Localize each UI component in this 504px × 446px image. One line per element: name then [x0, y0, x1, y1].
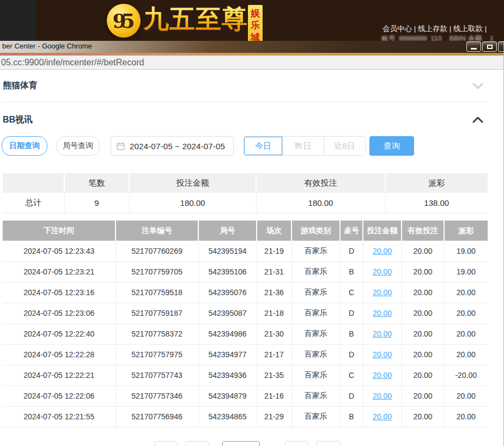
pagination	[0, 441, 485, 446]
summary-header-cell: 投注金额	[129, 173, 256, 193]
bet-table-header-cell: 有效投注	[402, 221, 444, 241]
table-no-cell: D	[340, 344, 363, 365]
section-title: BB视讯	[3, 114, 33, 126]
badge-char: 娱	[251, 8, 260, 20]
summary-total-row: 总计 9 180.00 180.00 138.00	[3, 193, 488, 213]
bet-time-cell: 2024-07-05 12:23:21	[3, 261, 116, 282]
chevron-up-icon[interactable]	[472, 117, 483, 123]
pagination-button[interactable]	[222, 441, 260, 446]
bet-amount-cell: 20.00	[363, 406, 402, 427]
date-query-tab[interactable]: 日期查询	[2, 136, 47, 156]
valid-bet-cell: 20.00	[402, 344, 444, 365]
chevron-down-icon[interactable]	[472, 83, 483, 89]
close-button[interactable]: ✕	[498, 41, 504, 52]
game-type-cell: 百家乐	[292, 406, 340, 427]
today-button[interactable]: 今日	[244, 137, 282, 155]
bet-amount-link[interactable]: 20.00	[373, 392, 392, 400]
brand-95-logo-icon: 95	[107, 4, 141, 38]
bet-table-header-cell: 下注时间	[3, 221, 116, 241]
url-bar[interactable]: 05.cc:9900/infe/mcenter/#/betRecord	[0, 56, 503, 70]
order-no-cell: 521707759187	[116, 303, 198, 323]
order-no-cell: 521707759518	[116, 282, 198, 303]
pagination-button[interactable]	[285, 441, 308, 446]
section-title: 熊猫体育	[3, 80, 38, 91]
pagination-button[interactable]	[185, 441, 209, 446]
table-no-cell: D	[340, 241, 363, 261]
table-no-cell: C	[340, 365, 363, 386]
summary-table: 笔数 投注金额 有效投注 派彩 总计 9 180.00 180.00 138.0…	[3, 173, 488, 213]
round-no-cell: 542394986	[198, 323, 257, 344]
bet-table-header-cell: 派彩	[444, 221, 488, 241]
summary-header-row: 笔数 投注金额 有效投注 派彩	[3, 173, 488, 193]
pagination-button[interactable]	[155, 441, 178, 446]
window-titlebar[interactable]: ber Center - Google Chrome ✕	[0, 41, 503, 53]
round-query-tab[interactable]: 局号查询	[56, 136, 100, 156]
date-range-value: 2024-07-05 ~ 2024-07-05	[130, 142, 225, 151]
bet-amount-link[interactable]: 20.00	[373, 267, 392, 276]
window-controls: ✕	[466, 41, 504, 52]
payout-cell: 19.00	[444, 261, 488, 282]
bet-table-header-cell: 场次	[257, 221, 292, 241]
bet-amount-link[interactable]: 20.00	[373, 288, 392, 297]
payout-cell: 20.00	[444, 282, 488, 303]
table-row: 2024-07-05 12:23:21521707759705542395106…	[3, 261, 488, 282]
table-no-cell: C	[340, 282, 363, 303]
calendar-icon	[117, 142, 125, 150]
maximize-button[interactable]	[482, 41, 497, 52]
payout-cell: 20.00	[444, 344, 488, 365]
table-row: 2024-07-05 12:22:40521707758372542394986…	[3, 323, 488, 344]
bet-amount-link[interactable]: 20.00	[373, 309, 392, 317]
valid-bet-cell: 20.00	[402, 323, 444, 344]
game-type-cell: 百家乐	[292, 282, 340, 303]
bet-amount-cell: 20.00	[363, 303, 402, 323]
game-type-cell: 百家乐	[292, 365, 340, 386]
header-nav-links[interactable]: 会员中心 | 线上存款 | 线上取款 |	[382, 24, 504, 34]
bet-amount-cell: 20.00	[363, 282, 402, 303]
bet-amount-cell: 20.00	[363, 261, 402, 282]
valid-bet-cell: 20.00	[402, 261, 444, 282]
bet-time-cell: 2024-07-05 12:22:40	[3, 323, 116, 344]
bet-table-header-cell: 桌号	[340, 221, 363, 241]
bet-table-header-row: 下注时间 注单编号 局号 场次 游戏类别 桌号 投注金额 有效投注 派彩	[3, 221, 488, 241]
bet-amount-link[interactable]: 20.00	[373, 412, 392, 421]
date-range-input[interactable]: 2024-07-05 ~ 2024-07-05	[111, 136, 234, 156]
session-cell: 21-18	[257, 303, 292, 323]
bet-time-cell: 2024-07-05 12:22:28	[3, 344, 116, 365]
valid-bet-cell: 20.00	[402, 282, 444, 303]
badge-char: 乐	[251, 20, 260, 32]
round-no-cell: 542394977	[198, 344, 257, 365]
pagination-button[interactable]	[317, 441, 341, 446]
bet-table-body: 2024-07-05 12:23:43521707760269542395194…	[3, 241, 488, 427]
payout-cell: -20.00	[444, 365, 488, 386]
round-no-cell: 542394936	[198, 365, 257, 386]
maximize-icon	[487, 45, 493, 49]
search-button[interactable]: 查询	[369, 136, 414, 156]
valid-bet-cell: 20.00	[402, 241, 444, 261]
order-no-cell: 521707760269	[116, 241, 198, 261]
summary-bet-amount: 180.00	[129, 193, 256, 213]
bet-record-page: 熊猫体育 BB视讯 日期查询 局号查询 2024-07	[0, 70, 503, 446]
game-type-cell: 百家乐	[292, 344, 340, 365]
game-type-cell: 百家乐	[292, 261, 340, 282]
yesterday-button[interactable]: 昨日	[282, 137, 324, 155]
order-no-cell: 521707756946	[116, 406, 198, 427]
query-toolbar: 日期查询 局号查询 2024-07-05 ~ 2024-07-05 今日 昨日 …	[2, 136, 414, 156]
bet-amount-link[interactable]: 20.00	[373, 329, 392, 338]
header-black-block	[0, 0, 37, 42]
bet-amount-link[interactable]: 20.00	[373, 247, 392, 255]
table-row: 2024-07-05 12:22:06521707757346542394879…	[3, 386, 488, 406]
quick-date-group: 今日 昨日 近8日	[244, 136, 366, 156]
bet-table-header-cell: 局号	[198, 221, 257, 241]
bet-table-header-cell: 游戏类别	[292, 221, 340, 241]
bet-time-cell: 2024-07-05 12:23:16	[3, 282, 116, 303]
order-no-cell: 521707759705	[116, 261, 198, 282]
last-8-days-button[interactable]: 近8日	[324, 137, 365, 155]
minimize-button[interactable]	[466, 41, 481, 52]
bet-amount-link[interactable]: 20.00	[373, 371, 392, 380]
bet-time-cell: 2024-07-05 12:22:06	[3, 386, 116, 406]
accordion-panda-sports[interactable]: 熊猫体育	[3, 70, 488, 102]
accordion-bb-video[interactable]: BB视讯	[3, 103, 488, 133]
bet-amount-link[interactable]: 20.00	[373, 350, 392, 359]
bet-amount-cell: 20.00	[363, 365, 402, 386]
summary-header-cell: 派彩	[385, 173, 488, 193]
